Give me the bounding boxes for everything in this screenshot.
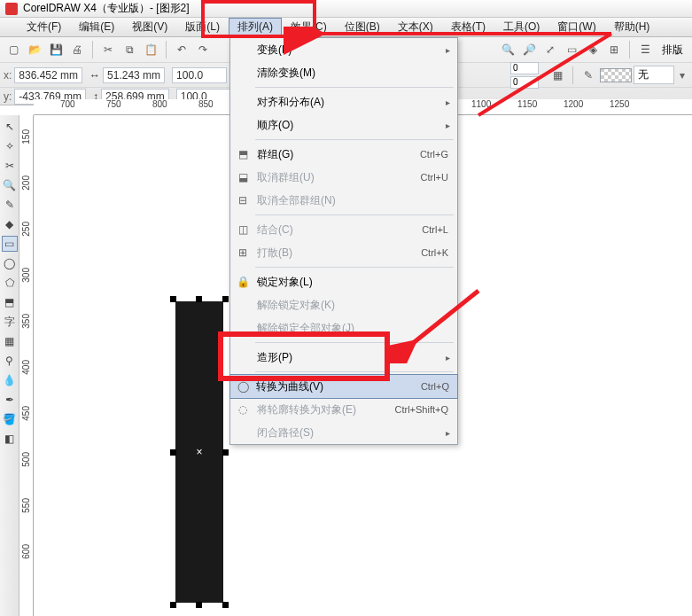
zoom-all-icon[interactable]: ⊞	[604, 40, 624, 59]
ruler-tick: 500	[21, 452, 31, 467]
handle-e[interactable]	[222, 449, 229, 456]
pick-tool-icon[interactable]: ↖	[2, 119, 18, 135]
menu-window[interactable]: 窗口(W)	[548, 18, 604, 36]
ruler-vertical: 150 200 250 300 350 400 450 500 550 600	[19, 115, 34, 616]
zoom-out-icon[interactable]: 🔎	[519, 40, 539, 59]
copy-icon[interactable]: ⧉	[120, 40, 139, 59]
new-icon[interactable]: ▢	[4, 40, 23, 59]
menu-bitmaps[interactable]: 位图(B)	[336, 18, 389, 36]
menu-effects[interactable]: 效果(C)	[282, 18, 336, 36]
ruler-tick: 200	[21, 175, 31, 191]
break-icon: ⊞	[236, 246, 250, 260]
menu-ungroup-all[interactable]: ⊟取消全部群组(N)	[230, 189, 457, 212]
cell-options-icon[interactable]: ▦	[548, 66, 567, 85]
menu-view[interactable]: 视图(V)	[123, 18, 176, 36]
arrange-dropdown: 变换(F) 清除变换(M) 对齐和分布(A) 顺序(O) ⬒群组(G)Ctrl+…	[229, 37, 458, 445]
rectangle-tool-icon[interactable]: ▭	[2, 236, 18, 252]
ellipse-tool-icon[interactable]: ◯	[2, 255, 18, 271]
outline-pen-icon[interactable]: ✎	[579, 66, 598, 85]
polygon-tool-icon[interactable]: ⬠	[2, 275, 18, 291]
menu-arrange[interactable]: 排列(A)	[229, 18, 282, 36]
layout-panel-icon[interactable]: ☰	[635, 40, 655, 59]
outline-tool-icon[interactable]: ✒	[2, 392, 18, 408]
scale-x-value[interactable]: 100.0	[172, 67, 227, 83]
handle-se[interactable]	[222, 602, 229, 608]
cut-icon[interactable]: ✂	[98, 40, 118, 59]
menu-bar: 文件(F) 编辑(E) 视图(V) 版面(L) 排列(A) 效果(C) 位图(B…	[0, 18, 692, 37]
lock-icon: 🔒	[236, 275, 250, 289]
handle-nw[interactable]	[170, 296, 176, 302]
outline-obj-icon: ◌	[236, 402, 250, 417]
menu-tools[interactable]: 工具(O)	[494, 18, 548, 36]
ruler-tick: 600	[21, 544, 31, 559]
group-icon: ⬒	[236, 147, 250, 161]
basic-shapes-icon[interactable]: ⬒	[2, 294, 18, 310]
menu-order[interactable]: 顺序(O)	[230, 113, 457, 136]
smart-fill-icon[interactable]: ◆	[2, 216, 18, 232]
menu-combine[interactable]: ◫结合(C)Ctrl+L	[230, 218, 457, 241]
layout-panel-label[interactable]: 排版	[657, 43, 688, 58]
shape-tool-icon[interactable]: ✧	[2, 138, 18, 154]
zoom-sel-icon[interactable]: ◈	[583, 40, 603, 59]
zoom-fit-icon[interactable]: ⤢	[540, 40, 560, 59]
toolbox: ↖ ✧ ✂ 🔍 ✎ ◆ ▭ ◯ ⬠ ⬒ 字 ▦ ⚲ 💧 ✒ 🪣 ◧	[0, 115, 19, 616]
spin-a[interactable]	[510, 62, 539, 74]
redo-icon[interactable]: ↷	[193, 40, 213, 59]
save-icon[interactable]: 💾	[46, 40, 66, 59]
ruler-tick: 450	[21, 406, 31, 421]
menu-edit[interactable]: 编辑(E)	[70, 18, 123, 36]
app-icon	[5, 3, 18, 15]
interactive-fill-icon[interactable]: ◧	[2, 431, 18, 447]
menu-file[interactable]: 文件(F)	[18, 18, 70, 36]
text-tool-icon[interactable]: 字	[2, 314, 18, 330]
zoom-in-icon[interactable]: 🔍	[498, 40, 517, 59]
menu-align[interactable]: 对齐和分布(A)	[230, 90, 457, 113]
margin-spinners[interactable]	[510, 62, 539, 89]
handle-n[interactable]	[196, 296, 202, 302]
interactive-tool-icon[interactable]: ⚲	[2, 353, 18, 369]
undo-icon[interactable]: ↶	[172, 40, 191, 59]
fill-tool-icon[interactable]: 🪣	[2, 411, 18, 427]
menu-help[interactable]: 帮助(H)	[605, 18, 659, 36]
handle-w[interactable]	[170, 449, 176, 456]
handle-ne[interactable]	[222, 296, 229, 302]
menu-transform[interactable]: 变换(F)	[230, 38, 457, 61]
eyedropper-tool-icon[interactable]: 💧	[2, 372, 18, 388]
print-icon[interactable]: 🖨	[67, 40, 87, 59]
open-icon[interactable]: 📂	[25, 40, 44, 59]
menu-outline-to-object[interactable]: ◌将轮廓转换为对象(E)Ctrl+Shift+Q	[230, 398, 457, 421]
fill-mode-dropdown[interactable]: 无	[634, 66, 674, 84]
width-value[interactable]: 51.243 mm	[103, 67, 165, 83]
table-tool-icon[interactable]: ▦	[2, 333, 18, 349]
menu-text[interactable]: 文本(X)	[389, 18, 442, 36]
menu-group[interactable]: ⬒群组(G)Ctrl+G	[230, 143, 457, 166]
ruler-tick: 1200	[564, 99, 583, 109]
menu-lock[interactable]: 🔒锁定对象(L)	[230, 270, 457, 293]
handle-sw[interactable]	[170, 602, 176, 608]
menu-close-path[interactable]: 闭合路径(S)	[230, 421, 457, 444]
menu-table[interactable]: 表格(T)	[442, 18, 494, 36]
ungroup-icon: ⬓	[236, 170, 250, 184]
menu-shaping[interactable]: 造形(P)	[230, 346, 457, 369]
menu-unlock-all[interactable]: 解除锁定全部对象(J)	[230, 316, 457, 339]
to-curves-icon: ◯	[236, 379, 250, 394]
menu-break[interactable]: ⊞打散(B)Ctrl+K	[230, 241, 457, 264]
x-value[interactable]: 836.452 mm	[14, 67, 82, 83]
freehand-tool-icon[interactable]: ✎	[2, 197, 18, 213]
ruler-tick: 250	[21, 222, 31, 237]
menu-layout[interactable]: 版面(L)	[176, 18, 229, 36]
menu-unlock[interactable]: 解除锁定对象(K)	[230, 293, 457, 316]
menu-ungroup[interactable]: ⬓取消群组(U)Ctrl+U	[230, 166, 457, 189]
zoom-tool-icon[interactable]: 🔍	[2, 177, 18, 193]
ruler-tick: 850	[198, 99, 214, 109]
fill-swatch[interactable]	[600, 68, 632, 82]
zoom-page-icon[interactable]: ▭	[562, 40, 581, 59]
menu-convert-to-curves[interactable]: ◯转换为曲线(V)Ctrl+Q	[229, 374, 458, 399]
paste-icon[interactable]: 📋	[141, 40, 160, 59]
spin-b[interactable]	[510, 76, 539, 89]
selected-rectangle[interactable]: ×	[175, 301, 223, 603]
dropdown-chevron-icon[interactable]: ▾	[676, 69, 688, 82]
handle-s[interactable]	[196, 602, 202, 608]
crop-tool-icon[interactable]: ✂	[2, 158, 18, 174]
menu-clear-transform[interactable]: 清除变换(M)	[230, 61, 457, 84]
